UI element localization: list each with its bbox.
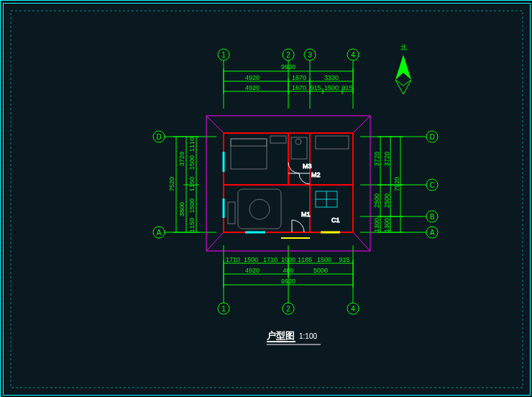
svg-text:1:100: 1:100 xyxy=(299,332,317,340)
svg-line-95 xyxy=(206,116,224,133)
window-tag-c1: C1 xyxy=(331,216,340,224)
axis-row-B: B xyxy=(430,213,435,221)
svg-marker-127 xyxy=(395,55,411,80)
top-dimensions: 9920 4920 1670 3330 4920 1670 915 1500 9… xyxy=(224,63,353,94)
svg-line-98 xyxy=(353,232,370,251)
svg-rect-118 xyxy=(228,202,235,224)
left-dimensions: 7520 3720 3800 1110 1500 1150 1500 1150 xyxy=(168,137,199,232)
svg-text:2500: 2500 xyxy=(373,193,380,208)
svg-marker-128 xyxy=(395,80,411,94)
svg-text:A: A xyxy=(430,229,435,237)
windows xyxy=(224,152,340,232)
svg-text:1: 1 xyxy=(221,305,226,313)
svg-text:915: 915 xyxy=(341,84,352,91)
svg-text:3330: 3330 xyxy=(324,74,339,81)
svg-text:1670: 1670 xyxy=(292,74,306,81)
svg-text:1300: 1300 xyxy=(383,218,390,232)
axis-col-3: 3 xyxy=(308,51,312,59)
axis-row-D: D xyxy=(156,133,161,141)
svg-text:1710: 1710 xyxy=(263,256,278,263)
svg-line-96 xyxy=(353,116,370,133)
svg-point-120 xyxy=(249,199,270,219)
door-tag-m1: M1 xyxy=(301,211,311,218)
door-tag-m3: M3 xyxy=(303,163,312,170)
svg-text:D: D xyxy=(429,133,434,141)
cad-viewport[interactable]: 1 2 3 4 1 2 4 D A D C B A 9920 4920 1670… xyxy=(0,0,532,397)
svg-text:2: 2 xyxy=(286,305,290,313)
svg-text:7520: 7520 xyxy=(393,177,400,191)
svg-text:1670: 1670 xyxy=(292,84,306,91)
svg-point-122 xyxy=(295,139,301,145)
svg-text:1500: 1500 xyxy=(244,256,258,263)
svg-text:2500: 2500 xyxy=(383,193,390,208)
svg-text:1500: 1500 xyxy=(188,198,196,213)
right-dimensions: 3720 2500 1300 3720 2500 1300 7520 xyxy=(373,137,403,232)
svg-text:1710: 1710 xyxy=(226,256,240,263)
svg-text:915: 915 xyxy=(339,256,349,263)
svg-text:3720: 3720 xyxy=(373,152,380,166)
svg-rect-119 xyxy=(238,189,281,229)
floor-plan-drawing: 1 2 3 4 1 2 4 D A D C B A 9920 4920 1670… xyxy=(1,1,532,397)
svg-text:4920: 4920 xyxy=(245,84,260,91)
svg-text:1300: 1300 xyxy=(373,218,380,232)
svg-text:1150: 1150 xyxy=(188,218,196,232)
svg-text:4920: 4920 xyxy=(245,267,260,274)
drawing-title: 户型图 1:100 xyxy=(266,330,321,344)
svg-text:1500: 1500 xyxy=(317,256,331,263)
svg-text:4: 4 xyxy=(351,305,355,313)
svg-text:7520: 7520 xyxy=(168,177,175,191)
svg-text:915: 915 xyxy=(310,84,321,91)
axis-row-A: A xyxy=(157,229,162,237)
svg-text:北: 北 xyxy=(400,44,407,51)
svg-rect-121 xyxy=(291,137,307,159)
door-tag-m2: M2 xyxy=(311,171,321,178)
svg-rect-116 xyxy=(231,139,267,146)
svg-text:1110: 1110 xyxy=(188,137,196,152)
axis-col-4: 4 xyxy=(351,51,355,59)
axis-col-2: 2 xyxy=(286,51,290,59)
svg-rect-117 xyxy=(270,136,286,143)
svg-text:户型图: 户型图 xyxy=(266,330,295,341)
svg-text:3720: 3720 xyxy=(178,152,185,166)
svg-text:1500: 1500 xyxy=(188,155,196,170)
svg-text:4920: 4920 xyxy=(245,74,260,81)
svg-text:3800: 3800 xyxy=(178,202,185,216)
svg-text:1500: 1500 xyxy=(324,84,339,91)
svg-rect-123 xyxy=(316,136,349,149)
axis-col-1: 1 xyxy=(221,51,226,59)
svg-rect-115 xyxy=(231,139,267,169)
doors: M1 M2 M3 C1 xyxy=(288,163,340,232)
svg-text:3720: 3720 xyxy=(383,152,390,166)
svg-text:1150: 1150 xyxy=(188,177,196,191)
axis-row-C: C xyxy=(429,181,434,189)
bottom-dimensions: 1710 1500 1710 1000 1185 1500 915 4920 4… xyxy=(224,256,353,288)
svg-line-97 xyxy=(206,232,224,251)
compass-icon: 北 xyxy=(395,44,411,94)
svg-text:1185: 1185 xyxy=(298,256,312,263)
svg-text:9920: 9920 xyxy=(281,63,295,70)
svg-text:9920: 9920 xyxy=(281,278,295,285)
svg-text:5000: 5000 xyxy=(313,267,328,274)
